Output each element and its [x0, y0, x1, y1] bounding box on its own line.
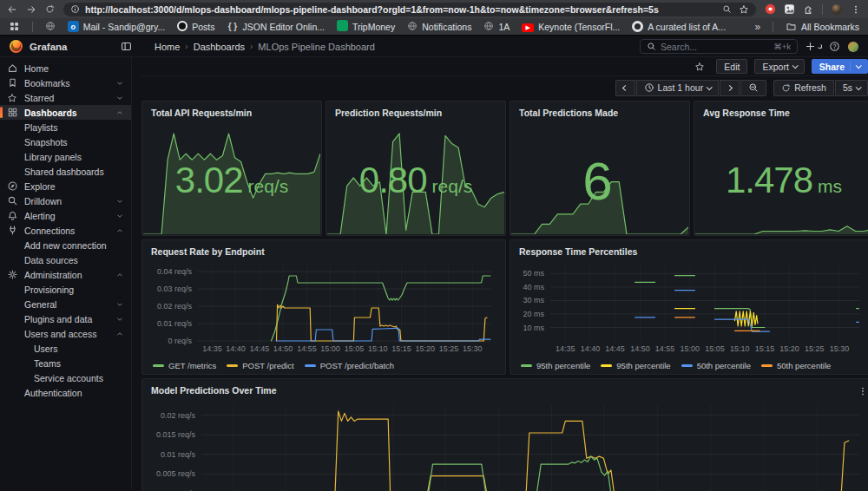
chevron-down-icon[interactable] [115, 300, 124, 309]
request-rate-chart[interactable]: 0 req/s0.01 req/s0.02 req/s0.03 req/s0.0… [151, 259, 496, 358]
breadcrumb-home[interactable]: Home [155, 42, 180, 52]
sidebar-item-label: Authentication [24, 388, 124, 398]
refresh-button[interactable]: Refresh [773, 80, 834, 96]
time-range-picker[interactable]: Last 1 hour [636, 80, 720, 96]
sidebar-item-data-sources[interactable]: Data sources [0, 252, 131, 267]
refresh-interval-picker[interactable]: 5s [835, 80, 868, 96]
panel-title[interactable]: Prediction Requests/min [335, 107, 496, 120]
panel-title[interactable]: Avg Response Time [703, 107, 865, 120]
sidebar-item-provisioning[interactable]: Provisioning [0, 282, 131, 297]
panel-menu-kebab-icon[interactable] [858, 383, 868, 398]
apps-grid-icon[interactable] [9, 21, 20, 32]
chevron-up-icon[interactable] [115, 108, 124, 117]
svg-text:14:35: 14:35 [202, 344, 222, 353]
export-button[interactable]: Export [754, 59, 804, 74]
sidebar-item-drilldown[interactable]: Drilldown [0, 193, 131, 208]
chevron-up-icon[interactable] [115, 226, 124, 235]
sidebar-item-service-accounts[interactable]: Service accounts [0, 370, 131, 385]
sidebar-item-library-panels[interactable]: Library panels [0, 149, 131, 164]
bookmark-item[interactable]: ▶Keynote (TensorFl... [522, 21, 620, 32]
percentiles-chart[interactable]: 10 ms20 ms30 ms40 ms50 ms14:3514:4014:45… [519, 259, 865, 358]
legend-item[interactable]: GET /metrics [153, 361, 216, 370]
legend-item[interactable]: 50th percentile [761, 361, 831, 370]
url-bar[interactable]: http://localhost:3000/d/mlops-dashboard/… [63, 3, 756, 16]
all-bookmarks-button[interactable]: All Bookmarks [786, 21, 859, 32]
bookmark-label: Mail - Sandip@gry... [83, 22, 166, 32]
chevron-down-icon[interactable] [115, 79, 124, 88]
sidebar-item-home[interactable]: Home [0, 61, 131, 75]
chevron-down-icon[interactable] [115, 94, 124, 102]
search-icon[interactable] [722, 4, 732, 14]
bookmark-item[interactable]: Posts [177, 21, 214, 33]
sidebar-item-label: Alerting [24, 211, 109, 221]
panel-title[interactable]: Response Time Percentiles [519, 245, 865, 259]
panel-title[interactable]: Total API Requests/min [151, 107, 312, 120]
chevron-up-icon[interactable] [115, 271, 124, 279]
sidebar-item-teams[interactable]: Teams [0, 356, 131, 370]
sidebar-item-users[interactable]: Users [0, 341, 131, 356]
time-shift-forward-button[interactable] [720, 80, 740, 96]
chevron-up-icon[interactable] [115, 330, 124, 338]
sidebar-item-playlists[interactable]: Playlists [0, 120, 131, 134]
chevron-down-icon[interactable] [115, 212, 124, 220]
chevron-down-icon[interactable] [115, 315, 124, 324]
favorite-star-button[interactable] [690, 59, 709, 74]
bookmark-item[interactable] [45, 21, 56, 33]
sidebar-item-plugins-and-data[interactable]: Plugins and data [0, 311, 131, 326]
legend-item[interactable]: 95th percentile [601, 361, 670, 370]
share-button[interactable]: Share [812, 59, 868, 74]
bookmark-item[interactable]: 1A [483, 21, 510, 33]
sidebar-item-explore[interactable]: Explore [0, 179, 131, 193]
sidebar-item-administration[interactable]: Administration [0, 267, 131, 282]
sidebar-item-connections[interactable]: Connections [0, 223, 131, 238]
bookmark-item[interactable]: Notifications [407, 21, 471, 33]
legend-item[interactable]: POST /predict [227, 361, 294, 370]
sidebar-item-authentication[interactable]: Authentication [0, 385, 131, 400]
sidebar-item-general[interactable]: General [0, 297, 131, 311]
time-shift-back-button[interactable] [615, 80, 635, 96]
sidebar-item-starred[interactable]: Starred [0, 90, 131, 105]
legend-item[interactable]: 95th percentile [521, 361, 590, 370]
panel-title[interactable]: Total Predictions Made [519, 107, 681, 120]
sidebar-item-bookmarks[interactable]: Bookmarks [0, 75, 131, 90]
legend-item[interactable]: POST /predict/batch [305, 361, 394, 370]
legend-item[interactable]: 50th percentile [681, 361, 751, 370]
extension-image-icon[interactable] [784, 3, 795, 15]
model-predictions-chart[interactable]: 0 req/s0.005 req/s0.01 req/s0.015 req/s0… [151, 397, 865, 491]
chevron-down-icon[interactable] [115, 197, 124, 206]
add-new-button[interactable] [805, 41, 822, 52]
bookmark-star-icon[interactable] [739, 4, 749, 15]
bookmarks-overflow-icon[interactable]: » [755, 21, 761, 33]
sidebar-item-shared-dashboards[interactable]: Shared dashboards [0, 164, 131, 179]
site-info-icon[interactable] [70, 4, 80, 14]
svg-text:15:15: 15:15 [391, 344, 411, 353]
sidebar-item-add-new-connection[interactable]: Add new connection [0, 238, 131, 252]
sidebar-item-snapshots[interactable]: Snapshots [0, 134, 131, 149]
sidebar-item-dashboards[interactable]: Dashboards [0, 105, 131, 120]
dock-menu-icon[interactable] [121, 41, 132, 52]
bookmark-item[interactable]: { }JSON Editor Onlin... [227, 21, 325, 32]
extensions-puzzle-icon[interactable] [803, 3, 814, 15]
zoom-out-button[interactable] [740, 80, 766, 96]
grafana-avatar[interactable] [847, 41, 859, 53]
panel-title[interactable]: Request Rate by Endpoint [151, 245, 496, 259]
breadcrumb-separator: › [250, 42, 253, 51]
forward-icon[interactable] [26, 4, 36, 15]
bookmark-item[interactable]: A curated list of A... [632, 21, 726, 32]
browser-menu-kebab-icon[interactable] [851, 4, 861, 15]
sidebar-item-users-and-access[interactable]: Users and access [0, 326, 131, 341]
help-icon[interactable] [829, 41, 840, 52]
breadcrumb-dashboards[interactable]: Dashboards [194, 42, 245, 52]
panel-title[interactable]: Model Predictions Over Time [151, 384, 865, 397]
grafana-logo[interactable] [9, 39, 23, 54]
reload-icon[interactable] [45, 4, 55, 14]
extension-red-icon[interactable] [765, 3, 776, 15]
svg-text:14:45: 14:45 [250, 344, 270, 353]
edit-button[interactable]: Edit [716, 59, 747, 74]
bookmark-item[interactable]: TripMoney [337, 20, 395, 33]
bookmark-item[interactable]: oMail - Sandip@gry... [68, 21, 166, 33]
back-icon[interactable] [7, 4, 17, 15]
sidebar-item-alerting[interactable]: Alerting [0, 208, 131, 223]
global-search-input[interactable]: Search... ⌘+k [640, 39, 798, 54]
browser-avatar[interactable] [831, 3, 843, 16]
